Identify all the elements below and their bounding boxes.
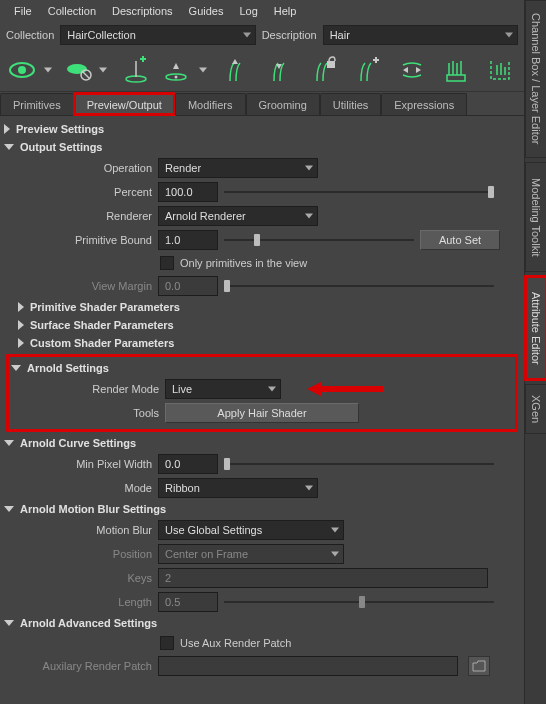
primbound-label: Primitive Bound: [2, 234, 152, 246]
tool-brush[interactable]: [436, 50, 476, 90]
menu-help[interactable]: Help: [266, 1, 305, 21]
collection-row: Collection HairCollection Description Ha…: [0, 22, 524, 48]
only-prim-label: Only primitives in the view: [180, 257, 307, 269]
tools-label: Tools: [9, 407, 159, 419]
useaux-label: Use Aux Render Patch: [180, 637, 291, 649]
chevron-right-icon: [18, 302, 24, 312]
section-arnold[interactable]: Arnold Settings: [9, 359, 515, 377]
svg-marker-20: [307, 382, 383, 396]
percent-input[interactable]: 100.0: [158, 182, 218, 202]
chevron-right-icon: [18, 338, 24, 348]
only-prim-checkbox[interactable]: [160, 256, 174, 270]
tool-hair-plus[interactable]: [348, 50, 388, 90]
apply-hair-shader-button[interactable]: Apply Hair Shader: [165, 403, 359, 423]
chevron-down-icon: [44, 67, 52, 72]
minpx-slider[interactable]: [224, 454, 494, 474]
side-tab-attribute-editor[interactable]: Attribute Editor: [525, 276, 546, 380]
side-tab-modeling[interactable]: Modeling Toolkit: [525, 162, 546, 272]
tool-frame[interactable]: [480, 50, 520, 90]
percent-label: Percent: [2, 186, 152, 198]
useaux-checkbox[interactable]: [160, 636, 174, 650]
renderer-label: Renderer: [2, 210, 152, 222]
percent-slider[interactable]: [224, 182, 494, 202]
mb-pos-dropdown: Center on Frame: [158, 544, 344, 564]
tool-hair-2[interactable]: [259, 50, 299, 90]
tool-ellipse[interactable]: [60, 50, 112, 90]
chevron-down-icon: [4, 506, 14, 512]
mb-len-label: Length: [2, 596, 152, 608]
section-output-settings[interactable]: Output Settings: [2, 138, 522, 156]
section-preview-settings[interactable]: Preview Settings: [2, 120, 522, 138]
mb-keys-label: Keys: [2, 572, 152, 584]
section-arnold-curve[interactable]: Arnold Curve Settings: [2, 434, 522, 452]
menu-file[interactable]: File: [6, 1, 40, 21]
tab-utilities[interactable]: Utilities: [320, 93, 381, 115]
section-surf-shader[interactable]: Surface Shader Parameters: [2, 316, 522, 334]
side-tab-xgen[interactable]: XGen: [525, 384, 546, 434]
section-arnold-mb[interactable]: Arnold Motion Blur Settings: [2, 500, 522, 518]
collection-label: Collection: [6, 29, 54, 41]
svg-marker-17: [403, 67, 408, 73]
mb-len-slider: [224, 592, 494, 612]
chevron-down-icon: [505, 33, 513, 38]
tab-expressions[interactable]: Expressions: [381, 93, 467, 115]
section-prim-shader[interactable]: Primitive Shader Parameters: [2, 298, 522, 316]
tool-add-guide[interactable]: [115, 50, 155, 90]
mb-len-input: 0.5: [158, 592, 218, 612]
description-value: Hair: [330, 29, 350, 41]
chevron-down-icon: [4, 620, 14, 626]
svg-rect-14: [327, 61, 335, 68]
svg-point-10: [174, 75, 177, 78]
chevron-down-icon: [331, 552, 339, 557]
description-dropdown[interactable]: Hair: [323, 25, 518, 45]
collection-dropdown[interactable]: HairCollection: [60, 25, 255, 45]
menubar: File Collection Descriptions Guides Log …: [0, 0, 524, 22]
toolbar: [0, 48, 524, 92]
autoset-button[interactable]: Auto Set: [420, 230, 500, 250]
tab-preview-output[interactable]: Preview/Output: [74, 93, 175, 115]
minpx-input[interactable]: 0.0: [158, 454, 218, 474]
operation-label: Operation: [2, 162, 152, 174]
annotation-redbox: Arnold Settings Render Mode Live Tools A…: [6, 354, 518, 432]
mb-keys-input: 2: [158, 568, 488, 588]
menu-log[interactable]: Log: [231, 1, 265, 21]
mode-dropdown[interactable]: Ribbon: [158, 478, 318, 498]
chevron-down-icon: [4, 144, 14, 150]
menu-collection[interactable]: Collection: [40, 1, 104, 21]
collection-value: HairCollection: [67, 29, 135, 41]
mb-pos-label: Position: [2, 548, 152, 560]
viewmargin-input: 0.0: [158, 276, 218, 296]
tool-horizontal[interactable]: [392, 50, 432, 90]
panel-body[interactable]: Preview Settings Output Settings Operati…: [0, 116, 524, 704]
chevron-down-icon: [243, 33, 251, 38]
primbound-slider[interactable]: [224, 230, 414, 250]
svg-marker-12: [232, 59, 238, 64]
svg-rect-19: [447, 75, 465, 81]
tab-row: Primitives Preview/Output Modifiers Groo…: [0, 92, 524, 116]
section-cust-shader[interactable]: Custom Shader Parameters: [2, 334, 522, 352]
tab-grooming[interactable]: Grooming: [246, 93, 320, 115]
menu-guides[interactable]: Guides: [181, 1, 232, 21]
side-tabs: Channel Box / Layer Editor Modeling Tool…: [524, 0, 546, 704]
chevron-right-icon: [18, 320, 24, 330]
annotation-arrow: [305, 379, 385, 399]
rendermode-dropdown[interactable]: Live: [165, 379, 281, 399]
tool-eye[interactable]: [4, 50, 56, 90]
tool-surface[interactable]: [160, 50, 212, 90]
tool-hair-1[interactable]: [215, 50, 255, 90]
rendermode-label: Render Mode: [9, 383, 159, 395]
chevron-down-icon: [199, 67, 207, 72]
primbound-input[interactable]: 1.0: [158, 230, 218, 250]
tab-primitives[interactable]: Primitives: [0, 93, 74, 115]
svg-point-1: [18, 66, 26, 74]
mb-dropdown[interactable]: Use Global Settings: [158, 520, 344, 540]
side-tab-channelbox[interactable]: Channel Box / Layer Editor: [525, 0, 546, 158]
renderer-dropdown[interactable]: Arnold Renderer: [158, 206, 318, 226]
operation-dropdown[interactable]: Render: [158, 158, 318, 178]
viewmargin-slider: [224, 276, 494, 296]
menu-descriptions[interactable]: Descriptions: [104, 1, 181, 21]
section-arnold-adv[interactable]: Arnold Advanced Settings: [2, 614, 522, 632]
browse-button[interactable]: [468, 656, 490, 676]
tab-modifiers[interactable]: Modifiers: [175, 93, 246, 115]
tool-hair-lock[interactable]: [303, 50, 343, 90]
